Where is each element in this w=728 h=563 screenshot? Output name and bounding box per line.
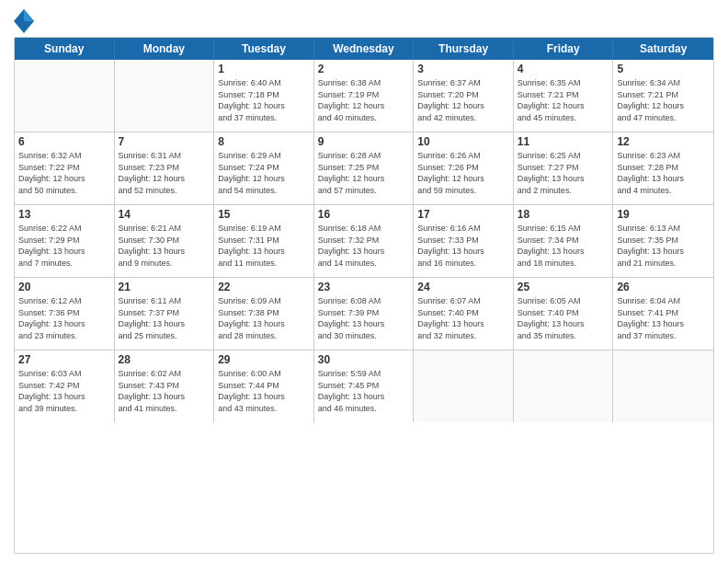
cell-info-line: Daylight: 12 hours xyxy=(218,100,310,112)
cell-info-line: and 30 minutes. xyxy=(318,330,410,342)
cell-info-line: Daylight: 12 hours xyxy=(119,173,210,185)
header-monday: Monday xyxy=(115,38,215,60)
cell-info-line: and 21 minutes. xyxy=(617,258,710,270)
day-number: 7 xyxy=(119,135,210,148)
day-number: 17 xyxy=(417,208,509,221)
day-number: 27 xyxy=(18,353,110,366)
cell-info-line: Daylight: 13 hours xyxy=(318,391,410,403)
cell-info-line: Sunset: 7:25 PM xyxy=(318,162,410,174)
cell-info-line: Sunrise: 6:28 AM xyxy=(318,150,410,162)
cell-info-line: and 41 minutes. xyxy=(119,403,210,415)
day-number: 9 xyxy=(318,135,410,148)
cell-info-line: Sunset: 7:24 PM xyxy=(218,162,310,174)
cell-info-line: and 59 minutes. xyxy=(417,185,509,197)
cell-info-line: and 42 minutes. xyxy=(417,112,509,124)
day-number: 6 xyxy=(18,135,110,148)
header-wednesday: Wednesday xyxy=(314,38,415,60)
cell-info-line: Sunset: 7:45 PM xyxy=(318,380,410,392)
cell-info-line: Sunset: 7:42 PM xyxy=(18,380,110,392)
cell-info-line: Sunset: 7:41 PM xyxy=(617,307,710,319)
cell-info-line: Sunrise: 6:32 AM xyxy=(18,150,110,162)
calendar-cell: 11Sunrise: 6:25 AMSunset: 7:27 PMDayligh… xyxy=(514,132,614,204)
calendar-cell: 12Sunrise: 6:23 AMSunset: 7:28 PMDayligh… xyxy=(613,132,713,204)
cell-info-line: and 57 minutes. xyxy=(318,185,410,197)
cell-info-line: Daylight: 13 hours xyxy=(18,391,110,403)
logo-icon xyxy=(14,9,30,29)
calendar-cell: 18Sunrise: 6:15 AMSunset: 7:34 PMDayligh… xyxy=(514,205,614,277)
day-number: 15 xyxy=(218,208,310,221)
day-number: 20 xyxy=(18,281,110,293)
day-number: 5 xyxy=(617,63,710,75)
cell-info-line: Sunset: 7:21 PM xyxy=(518,89,609,101)
cell-info-line: Sunrise: 6:40 AM xyxy=(218,77,310,89)
cell-info-line: and 43 minutes. xyxy=(218,403,310,415)
cell-info-line: Sunset: 7:39 PM xyxy=(318,307,410,319)
day-number: 2 xyxy=(318,63,410,75)
calendar-cell: 16Sunrise: 6:18 AMSunset: 7:32 PMDayligh… xyxy=(314,205,415,277)
cell-info-line: Daylight: 13 hours xyxy=(119,246,210,258)
day-number: 25 xyxy=(518,281,609,293)
cell-info-line: and 32 minutes. xyxy=(417,330,509,342)
cell-info-line: Sunrise: 6:21 AM xyxy=(119,223,210,235)
cell-info-line: Sunrise: 6:35 AM xyxy=(518,77,609,89)
cell-info-line: and 52 minutes. xyxy=(119,185,210,197)
cell-info-line: and 25 minutes. xyxy=(119,330,210,342)
calendar-cell: 26Sunrise: 6:04 AMSunset: 7:41 PMDayligh… xyxy=(613,278,713,350)
cell-info-line: Sunrise: 6:08 AM xyxy=(318,295,410,307)
calendar-cell xyxy=(514,350,614,422)
header-saturday: Saturday xyxy=(613,38,713,60)
cell-info-line: Daylight: 13 hours xyxy=(518,318,609,330)
calendar-body: 1Sunrise: 6:40 AMSunset: 7:18 PMDaylight… xyxy=(15,60,713,422)
cell-info-line: Sunset: 7:23 PM xyxy=(119,162,210,174)
cell-info-line: Sunset: 7:28 PM xyxy=(617,162,710,174)
cell-info-line: Sunrise: 6:05 AM xyxy=(518,295,609,307)
calendar-cell: 1Sunrise: 6:40 AMSunset: 7:18 PMDaylight… xyxy=(214,60,314,132)
header xyxy=(14,9,714,29)
calendar-week-0: 1Sunrise: 6:40 AMSunset: 7:18 PMDaylight… xyxy=(15,60,713,132)
calendar-cell: 6Sunrise: 6:32 AMSunset: 7:22 PMDaylight… xyxy=(15,132,115,204)
cell-info-line: and 35 minutes. xyxy=(518,330,609,342)
day-number: 30 xyxy=(318,353,410,366)
header-sunday: Sunday xyxy=(15,38,115,60)
calendar-cell: 14Sunrise: 6:21 AMSunset: 7:30 PMDayligh… xyxy=(115,205,215,277)
cell-info-line: Sunset: 7:27 PM xyxy=(518,162,609,174)
cell-info-line: and 37 minutes. xyxy=(218,112,310,124)
calendar-cell: 4Sunrise: 6:35 AMSunset: 7:21 PMDaylight… xyxy=(514,60,614,132)
cell-info-line: Sunrise: 6:07 AM xyxy=(417,295,509,307)
day-number: 11 xyxy=(518,135,609,148)
cell-info-line: and 46 minutes. xyxy=(318,403,410,415)
calendar-week-2: 13Sunrise: 6:22 AMSunset: 7:29 PMDayligh… xyxy=(15,205,713,278)
cell-info-line: Sunset: 7:34 PM xyxy=(518,235,609,247)
calendar-cell: 30Sunrise: 5:59 AMSunset: 7:45 PMDayligh… xyxy=(314,350,415,422)
calendar-cell: 24Sunrise: 6:07 AMSunset: 7:40 PMDayligh… xyxy=(414,278,514,350)
header-thursday: Thursday xyxy=(414,38,514,60)
cell-info-line: Daylight: 13 hours xyxy=(617,173,710,185)
cell-info-line: Daylight: 13 hours xyxy=(417,246,509,258)
cell-info-line: Daylight: 12 hours xyxy=(417,100,509,112)
cell-info-line: Daylight: 12 hours xyxy=(318,173,410,185)
cell-info-line: Daylight: 13 hours xyxy=(518,173,609,185)
calendar-cell: 3Sunrise: 6:37 AMSunset: 7:20 PMDaylight… xyxy=(414,60,514,132)
calendar-cell: 29Sunrise: 6:00 AMSunset: 7:44 PMDayligh… xyxy=(214,350,314,422)
calendar-cell: 10Sunrise: 6:26 AMSunset: 7:26 PMDayligh… xyxy=(414,132,514,204)
day-number: 28 xyxy=(119,353,210,366)
cell-info-line: and 40 minutes. xyxy=(318,112,410,124)
calendar-cell xyxy=(115,60,215,132)
cell-info-line: and 23 minutes. xyxy=(18,330,110,342)
cell-info-line: and 18 minutes. xyxy=(518,258,609,270)
cell-info-line: Sunrise: 6:31 AM xyxy=(119,150,210,162)
calendar-cell: 5Sunrise: 6:34 AMSunset: 7:21 PMDaylight… xyxy=(613,60,713,132)
day-number: 14 xyxy=(119,208,210,221)
cell-info-line: Daylight: 13 hours xyxy=(119,318,210,330)
cell-info-line: Sunrise: 6:34 AM xyxy=(617,77,710,89)
calendar-cell: 20Sunrise: 6:12 AMSunset: 7:36 PMDayligh… xyxy=(15,278,115,350)
cell-info-line: and 28 minutes. xyxy=(218,330,310,342)
calendar-cell: 19Sunrise: 6:13 AMSunset: 7:35 PMDayligh… xyxy=(613,205,713,277)
cell-info-line: and 50 minutes. xyxy=(18,185,110,197)
cell-info-line: and 39 minutes. xyxy=(18,403,110,415)
cell-info-line: and 14 minutes. xyxy=(318,258,410,270)
svg-marker-1 xyxy=(24,9,34,21)
calendar-cell: 23Sunrise: 6:08 AMSunset: 7:39 PMDayligh… xyxy=(314,278,415,350)
calendar-cell: 25Sunrise: 6:05 AMSunset: 7:40 PMDayligh… xyxy=(514,278,614,350)
day-number: 10 xyxy=(417,135,509,148)
